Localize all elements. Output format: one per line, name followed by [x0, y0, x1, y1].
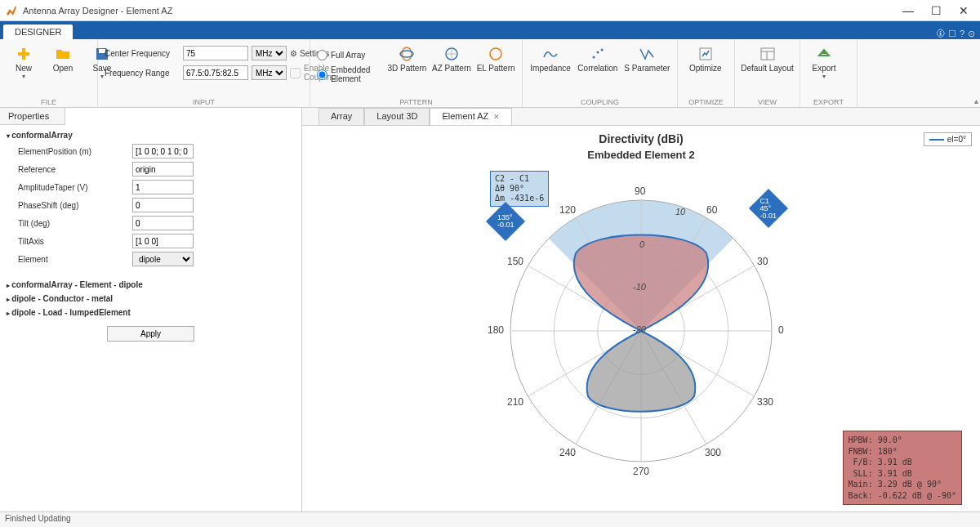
el-pattern-button[interactable]: EL Pattern: [476, 42, 515, 76]
matlab-logo-icon: [5, 4, 18, 17]
conformal-element-dipole-group[interactable]: conformalArray - Element - dipole: [7, 278, 295, 292]
radial-10: 10: [675, 207, 685, 217]
svg-point-6: [490, 48, 501, 60]
angle-300: 300: [705, 447, 721, 458]
full-array-radio[interactable]: Full Array: [317, 47, 382, 62]
angle-270: 270: [633, 466, 649, 477]
element-position-label: ElementPosition (m): [18, 147, 132, 156]
svg-point-8: [596, 51, 599, 54]
open-button[interactable]: Open: [46, 42, 80, 76]
svg-rect-11: [761, 48, 774, 60]
embedded-element-radio[interactable]: Embedded Element: [317, 67, 382, 82]
stats-box: HPBW: 90.0° FNBW: 180° F/B: 3.91 dB SLL:…: [843, 431, 962, 505]
visualization-panel: Array Layout 3D Element AZ✕ Directivity …: [302, 108, 980, 511]
new-button[interactable]: New ▾: [7, 42, 41, 83]
impedance-icon: [542, 46, 559, 62]
export-section-label: EXPORT: [800, 98, 857, 106]
optimize-icon: [697, 46, 714, 62]
window-title: Antenna Array Designer - Element AZ: [23, 6, 897, 16]
3d-pattern-button[interactable]: 3D Pattern: [387, 42, 427, 76]
ribbon-tab-bar: DESIGNER 🛈 ☐ ? ⊙: [0, 21, 980, 39]
status-bar: Finished Updating: [0, 511, 980, 527]
radial-neg10: -10: [633, 282, 646, 292]
apply-button[interactable]: Apply: [107, 326, 194, 342]
maximize-button[interactable]: ☐: [924, 2, 947, 19]
freq-range-unit[interactable]: MHz: [252, 65, 287, 80]
close-tab-icon[interactable]: ✕: [493, 113, 500, 121]
angle-150: 150: [507, 256, 523, 267]
tilt-input[interactable]: [132, 216, 194, 230]
optimize-section-label: OPTIMIZE: [678, 98, 734, 106]
dipole-conductor-group[interactable]: dipole - Conductor - metal: [7, 292, 295, 306]
phase-shift-input[interactable]: [132, 198, 194, 212]
freq-range-input[interactable]: [183, 65, 248, 80]
sparameter-button[interactable]: S Parameter: [624, 42, 670, 76]
angle-120: 120: [559, 204, 576, 216]
export-icon: [816, 46, 832, 62]
doc-icon[interactable]: ☐: [948, 29, 956, 39]
sparameter-icon: [639, 46, 655, 62]
q-icon[interactable]: ?: [960, 29, 964, 39]
dipole-load-group[interactable]: dipole - Load - lumpedElement: [7, 306, 295, 319]
chart-legend: el=0°: [924, 132, 972, 146]
angle-30: 30: [757, 256, 768, 267]
angle-330: 330: [757, 396, 773, 408]
3d-pattern-icon: [399, 46, 415, 62]
amplitude-taper-input[interactable]: [132, 180, 194, 194]
angle-60: 60: [706, 204, 717, 216]
svg-point-7: [592, 56, 595, 59]
angle-90: 90: [635, 185, 645, 197]
input-section-label: INPUT: [98, 98, 310, 106]
center-freq-input[interactable]: [183, 46, 248, 60]
polar-chart[interactable]: Directivity (dBi) Embedded Element 2 el=…: [302, 126, 980, 511]
tab-layout-3d[interactable]: Layout 3D: [364, 108, 430, 125]
angle-210: 210: [507, 396, 523, 408]
cursor-diff-box[interactable]: C2 - C1 Δθ 90° Δm -431e-6: [490, 171, 549, 207]
view-section-label: VIEW: [735, 98, 800, 106]
reference-label: Reference: [18, 165, 132, 174]
tilt-axis-input[interactable]: [132, 234, 194, 248]
help-icon[interactable]: 🛈: [936, 29, 945, 39]
angle-0: 0: [778, 324, 784, 336]
element-select-label: Element: [18, 255, 132, 264]
svg-rect-1: [18, 52, 29, 56]
correlation-button[interactable]: Correlation: [577, 42, 619, 76]
default-layout-button[interactable]: Default Layout: [742, 42, 793, 76]
tab-element-az[interactable]: Element AZ✕: [430, 108, 512, 125]
close-button[interactable]: ✕: [952, 2, 975, 19]
gear-icon: ⚙: [290, 49, 297, 58]
toolstrip: New ▾ Open Save ▾ FILE Center Frequency …: [0, 39, 980, 108]
element-select[interactable]: dipole: [132, 252, 194, 266]
svg-point-9: [600, 49, 603, 51]
phase-shift-label: PhaseShift (deg): [18, 201, 132, 210]
minimize-button[interactable]: —: [897, 2, 920, 19]
properties-panel: Properties conformalArray ElementPositio…: [0, 108, 302, 511]
optimize-button[interactable]: Optimize: [684, 42, 726, 76]
properties-tab[interactable]: Properties: [0, 108, 65, 125]
coupling-section-label: COUPLING: [523, 98, 677, 106]
file-section-label: FILE: [0, 98, 97, 106]
element-position-input[interactable]: [132, 144, 194, 159]
az-pattern-button[interactable]: AZ Pattern: [432, 42, 472, 76]
radial-0: 0: [639, 239, 644, 249]
tilt-axis-label: TiltAxis: [18, 237, 132, 246]
folder-open-icon: [55, 46, 71, 62]
pattern-section-label: PATTERN: [310, 98, 522, 106]
tab-array[interactable]: Array: [318, 108, 364, 125]
correlation-icon: [590, 46, 606, 62]
reference-input[interactable]: [132, 162, 194, 176]
designer-tab[interactable]: DESIGNER: [3, 25, 73, 39]
collapse-toolstrip-icon[interactable]: ▴: [974, 96, 978, 105]
freq-range-label: Frequency Range: [105, 69, 180, 78]
center-freq-unit[interactable]: MHz: [252, 46, 287, 60]
el-pattern-icon: [488, 46, 504, 62]
impedance-button[interactable]: Impedance: [529, 42, 572, 76]
conformal-array-group[interactable]: conformalArray: [7, 128, 295, 142]
svg-point-3: [402, 47, 412, 60]
angle-240: 240: [559, 447, 576, 458]
amplitude-taper-label: AmplitudeTaper (V): [18, 183, 132, 192]
collapse-ribbon-icon[interactable]: ⊙: [968, 29, 975, 39]
export-button[interactable]: Export ▾: [807, 42, 841, 83]
title-bar: Antenna Array Designer - Element AZ — ☐ …: [0, 0, 980, 21]
radial-neg20: -20: [633, 324, 646, 334]
